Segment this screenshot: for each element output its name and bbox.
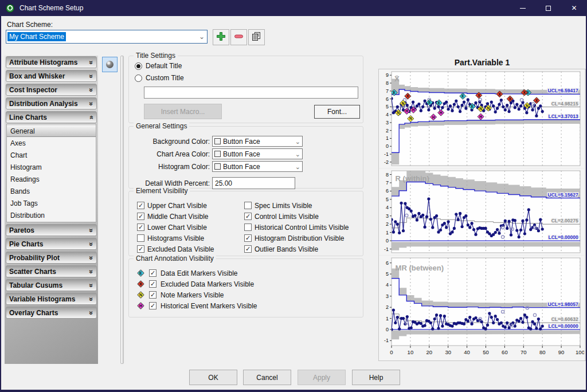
chevron-down-icon[interactable]: ⌄ (199, 34, 205, 40)
svg-text:UCL=1.98057: UCL=1.98057 (548, 301, 578, 307)
sidebar-section-probability-plot[interactable]: Probability Plot» (6, 252, 97, 264)
svg-text:70: 70 (521, 349, 527, 355)
sidebar-section-pie-charts[interactable]: Pie Charts» (6, 238, 97, 250)
titlebar: Chart Scheme Setup ✕ (0, 0, 587, 16)
sidebar-item-distribution[interactable]: Distribution (7, 209, 96, 221)
checkbox-middle-chart-visible[interactable]: ✓ (137, 213, 144, 220)
ok-button[interactable]: OK (189, 370, 237, 385)
svg-text:4: 4 (386, 282, 389, 288)
sidebar-section-cost-inspector[interactable]: Cost Inspector» (6, 84, 97, 96)
sidebar-section-line-charts[interactable]: Line Charts» (6, 111, 97, 123)
app-icon (6, 4, 14, 13)
svg-text:E: E (461, 94, 464, 98)
svg-text:-1: -1 (384, 338, 389, 343)
svg-text:6: 6 (386, 188, 389, 194)
svg-text:CL=2.00275: CL=2.00275 (551, 218, 578, 224)
color-swatch (214, 163, 221, 170)
add-scheme-button[interactable] (213, 29, 229, 45)
sidebar-section-variable-histograms[interactable]: Variable Histograms» (6, 293, 97, 305)
sidebar-item-histogram[interactable]: Histogram (7, 161, 96, 173)
sidebar-section-distribution-analysis[interactable]: Distribution Analysis» (6, 97, 97, 109)
sidebar-section-tabular-cusums[interactable]: Tabular Cusums» (6, 279, 97, 291)
svg-text:6: 6 (386, 96, 389, 102)
chart-scheme-combo[interactable]: My Chart Scheme ⌄ (6, 30, 208, 44)
detail-width-input[interactable]: 25.00 (212, 177, 295, 189)
checkbox-histograms-visible[interactable] (137, 234, 144, 242)
sidebar-section-box-and-whisker[interactable]: Box and Whisker» (6, 70, 97, 82)
sidebar-section-scatter-charts[interactable]: Scatter Charts» (6, 265, 97, 277)
minus-icon (234, 32, 244, 43)
checkbox-excluded-data-markers-visible[interactable]: ✓ (149, 280, 156, 288)
apply-button[interactable]: Apply (298, 370, 346, 385)
label-historical-control-limits-visible: Historical Control Limits Visible (255, 224, 349, 232)
default-title-radio[interactable] (135, 62, 142, 70)
cancel-button[interactable]: Cancel (243, 370, 291, 385)
sidebar-item-axes[interactable]: Axes (7, 137, 96, 149)
svg-text:LCL=3.37013: LCL=3.37013 (548, 113, 578, 119)
svg-text:H: H (432, 115, 435, 119)
sidebar-section-items: GeneralAxesChartHistogramReadingsBandsJo… (6, 124, 96, 222)
window-title: Chart Scheme Setup (19, 4, 83, 12)
checkbox-excluded-data-visible[interactable]: ✓ (137, 245, 144, 253)
sidebar-item-chart[interactable]: Chart (7, 149, 96, 161)
row-control-limits-visible: ✓Control Limits Visible (244, 211, 349, 222)
sidebar-item-readings[interactable]: Readings (7, 173, 96, 185)
combo-histogram-color[interactable]: Button Face⌄ (212, 161, 303, 172)
svg-text:3: 3 (386, 120, 389, 126)
color-swatch (214, 151, 221, 157)
preview-toggle-button[interactable] (102, 57, 118, 72)
svg-text:UCL=5.15627: UCL=5.15627 (548, 192, 578, 198)
sidebar-section-overlay-charts[interactable]: Overlay Charts» (6, 307, 97, 319)
default-title-radio-row[interactable]: Default Title (135, 62, 363, 70)
sidebar-section-label: Pie Charts (9, 240, 43, 248)
sidebar-section-attribute-histograms[interactable]: Attribute Histograms» (6, 56, 97, 68)
sidebar-section-label: Distribution Analysis (9, 100, 78, 108)
row-chart-area-color: Chart Area Color:Button Face⌄ (129, 148, 363, 159)
svg-text:2: 2 (386, 221, 389, 227)
checkbox-spec-limits-visible[interactable] (244, 202, 252, 209)
svg-text:2: 2 (386, 304, 389, 310)
copy-scheme-button[interactable] (248, 29, 265, 45)
row-spec-limits-visible: Spec Limits Visible (244, 200, 349, 211)
svg-text:-2: -2 (384, 159, 389, 165)
help-button[interactable]: Help (352, 370, 400, 385)
svg-text:X: X (406, 94, 409, 98)
chevron-double-down-icon: » (88, 101, 96, 105)
sidebar-item-job-tags[interactable]: Job Tags (7, 197, 96, 209)
sidebar-item-general[interactable]: General (7, 125, 96, 137)
svg-text:X: X (478, 93, 480, 97)
svg-text:0: 0 (386, 143, 389, 149)
checkbox-data-edit-markers-visible[interactable]: ✓ (149, 269, 156, 277)
checkbox-lower-chart-visible[interactable]: ✓ (137, 224, 144, 231)
checkbox-outlier-bands-visible[interactable]: ✓ (244, 245, 252, 253)
sidebar-item-bands[interactable]: Bands (7, 185, 96, 197)
combo-background-color[interactable]: Button Face⌄ (212, 136, 303, 147)
checkbox-historical-event-markers-visible[interactable]: ✓ (149, 302, 156, 309)
checkbox-upper-chart-visible[interactable]: ✓ (137, 202, 144, 209)
svg-text:X: X (523, 91, 526, 95)
custom-title-input[interactable] (144, 87, 358, 99)
checkbox-histogram-distribution-visible[interactable]: ✓ (244, 234, 252, 242)
combo-chart-area-color[interactable]: Button Face⌄ (212, 148, 303, 159)
row-outlier-bands-visible: ✓Outlier Bands Visible (244, 244, 349, 254)
remove-scheme-button[interactable] (230, 29, 247, 45)
svg-text:90: 90 (558, 349, 565, 355)
svg-text:8: 8 (386, 80, 389, 86)
checkbox-control-limits-visible[interactable]: ✓ (244, 213, 252, 220)
close-button[interactable]: ✕ (561, 0, 587, 16)
data-edit-markers-visible-marker-icon: E (136, 269, 145, 278)
minimize-button[interactable] (510, 0, 535, 16)
custom-title-radio[interactable] (135, 75, 142, 82)
svg-text:X̄: X̄ (394, 75, 400, 83)
element-visibility-left-column: ✓Upper Chart Visible✓Middle Chart Visibl… (137, 200, 214, 254)
maximize-button[interactable] (535, 0, 561, 16)
checkbox-note-markers-visible[interactable]: ✓ (149, 291, 156, 299)
custom-title-radio-row[interactable]: Custom Title (135, 74, 363, 82)
checkbox-historical-control-limits-visible[interactable] (244, 224, 252, 231)
insert-macro-button[interactable]: Insert Macro... (144, 104, 222, 119)
sidebar-section-label: Cost Inspector (9, 86, 57, 94)
font-button[interactable]: Font... (314, 105, 360, 119)
splitter-handle[interactable] (120, 56, 124, 364)
sidebar-section-paretos[interactable]: Paretos» (6, 224, 97, 236)
color-swatch (214, 138, 221, 144)
